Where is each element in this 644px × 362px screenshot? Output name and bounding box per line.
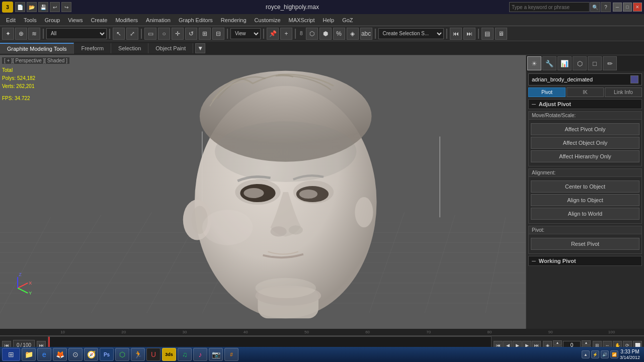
menu-edit[interactable]: Edit <box>2 16 20 24</box>
select-tool-btn[interactable]: ✦ <box>2 28 14 40</box>
modify-panel-btn[interactable]: 🔧 <box>542 56 556 70</box>
menu-rendering[interactable]: Rendering <box>217 16 251 24</box>
redo-btn[interactable]: ↪ <box>61 2 71 12</box>
move-tool-btn[interactable]: ⊕ <box>15 28 27 40</box>
tab-objectpaint[interactable]: Object Paint <box>148 43 193 53</box>
object-color-swatch[interactable] <box>630 75 638 83</box>
utilities-panel-btn[interactable]: ✏ <box>603 56 617 70</box>
frame-step-up-btn[interactable]: ▲ <box>582 340 591 345</box>
taskbar-camera-btn[interactable]: 📷 <box>209 348 223 361</box>
snap2-btn[interactable]: + <box>280 28 292 40</box>
svg-line-41 <box>18 288 28 293</box>
taskbar-firefox-btn[interactable]: 🦊 <box>53 348 67 361</box>
select-region-btn[interactable]: ⤢ <box>126 28 138 40</box>
taskbar-ps-btn[interactable]: Ps <box>100 348 114 361</box>
help-btn[interactable]: ? <box>601 2 611 12</box>
anim1-btn[interactable]: ⬡ <box>306 28 318 40</box>
menu-views[interactable]: Views <box>64 16 87 24</box>
taskbar-safari-btn[interactable]: 🧭 <box>84 348 98 361</box>
open-file-btn[interactable]: 📂 <box>27 2 37 12</box>
taskbar-app2-btn[interactable]: 🏃 <box>131 348 145 361</box>
reset-pivot-btn[interactable]: Reset Pivot <box>531 238 639 250</box>
taskbar-chrome-btn[interactable]: ⊙ <box>68 348 83 361</box>
playback2-btn[interactable]: ⏭ <box>463 28 475 40</box>
menu-group[interactable]: Group <box>41 16 64 24</box>
svg-point-33 <box>244 188 264 198</box>
taskbar-udk-btn[interactable]: U <box>146 348 160 361</box>
circle-select-btn[interactable]: ○ <box>158 28 170 40</box>
paint-tool-btn[interactable]: ≋ <box>28 28 40 40</box>
view-dropdown[interactable]: View <box>230 28 261 39</box>
ruler-mark-60: 60 <box>337 330 398 334</box>
select-btn[interactable]: ↖ <box>113 28 125 40</box>
tray-up-btn[interactable]: ▲ <box>582 350 590 358</box>
taskbar-itunes-btn[interactable]: ♪ <box>193 348 207 361</box>
tab-ik[interactable]: IK <box>567 87 604 97</box>
menu-customize[interactable]: Customize <box>251 16 285 24</box>
taskbar-hash-btn[interactable]: # <box>224 348 238 361</box>
taskbar-ie-btn[interactable]: e <box>37 348 51 361</box>
working-pivot-collapse-btn[interactable]: ─ <box>532 258 536 264</box>
frame-up-btn[interactable]: ▲ <box>553 340 562 345</box>
menu-modifiers[interactable]: Modifiers <box>111 16 142 24</box>
main-content: [ + ][ Perspective ][ Shaded ] Total Pol… <box>0 55 644 329</box>
svg-line-9 <box>40 215 101 313</box>
transform-btn[interactable]: ↺ <box>185 28 197 40</box>
menu-graph-editors[interactable]: Graph Editors <box>175 16 217 24</box>
taskbar-spotify-btn[interactable]: ♫ <box>178 348 192 361</box>
layer-btn[interactable]: ▤ <box>481 28 494 40</box>
menu-goz[interactable]: GoZ <box>338 16 357 24</box>
tab-options-btn[interactable]: ▼ <box>195 43 205 53</box>
minimize-btn[interactable]: ─ <box>613 3 622 12</box>
affect-object-only-btn[interactable]: Affect Object Only <box>531 137 639 149</box>
new-file-btn[interactable]: 📄 <box>15 2 25 12</box>
display-tab-btn[interactable]: □ <box>588 56 602 70</box>
anim2-btn[interactable]: ⬢ <box>319 28 332 40</box>
cross-select-btn[interactable]: ✛ <box>172 28 184 40</box>
affect-hierarchy-only-btn[interactable]: Affect Hierarchy Only <box>531 150 639 162</box>
align-to-world-btn[interactable]: Align to World <box>531 208 639 220</box>
render-btn[interactable]: 🖥 <box>495 28 507 40</box>
affect-pivot-only-btn[interactable]: Affect Pivot Only <box>531 123 639 135</box>
toolbar-sep-3 <box>141 29 142 39</box>
align-to-object-btn[interactable]: Align to Object <box>531 194 639 206</box>
tab-graphite[interactable]: Graphite Modeling Tools <box>0 43 74 54</box>
hierarchy-panel-btn[interactable]: 📊 <box>557 56 572 70</box>
menu-help[interactable]: Help <box>319 16 339 24</box>
viewport[interactable]: [ + ][ Perspective ][ Shaded ] Total Pol… <box>0 55 526 329</box>
anim3-btn[interactable]: % <box>333 28 345 40</box>
taskbar-explorer-btn[interactable]: 📁 <box>22 348 36 361</box>
center-to-object-btn[interactable]: Center to Object <box>531 180 639 193</box>
snap-btn[interactable]: 📌 <box>267 28 279 40</box>
tab-freeform[interactable]: Freeform <box>74 43 111 53</box>
taskbar-3ds-btn[interactable]: 3ds <box>162 348 176 361</box>
ruler-mark-30: 30 <box>154 330 215 334</box>
create-selection-dropdown[interactable]: Create Selection S... <box>378 28 444 39</box>
display-panel-btn[interactable]: ☀ <box>527 56 541 70</box>
filter-dropdown[interactable]: All <box>46 28 107 39</box>
tab-link-info[interactable]: Link Info <box>605 87 642 97</box>
motion-panel-btn[interactable]: ⬡ <box>573 56 587 70</box>
menu-tools[interactable]: Tools <box>20 16 41 24</box>
undo-btn[interactable]: ↩ <box>50 2 60 12</box>
start-btn[interactable]: ⊞ <box>2 348 20 361</box>
rect-select-btn[interactable]: ▭ <box>144 28 156 40</box>
window-title: royce_highpoly.max <box>75 4 509 11</box>
search-btn[interactable]: 🔍 <box>590 2 600 12</box>
menu-maxscript[interactable]: MAXScript <box>285 16 319 24</box>
menu-animation[interactable]: Animation <box>142 16 175 24</box>
search-input[interactable] <box>509 2 590 12</box>
playback1-btn[interactable]: ⏮ <box>450 28 462 40</box>
adjust-pivot-collapse-btn[interactable]: ─ <box>532 101 536 107</box>
close-btn[interactable]: ✕ <box>633 3 642 12</box>
maximize-btn[interactable]: □ <box>623 3 632 12</box>
save-file-btn[interactable]: 💾 <box>38 2 48 12</box>
tab-pivot[interactable]: Pivot <box>528 87 566 97</box>
scale-btn[interactable]: ⊞ <box>199 28 211 40</box>
anim4-btn[interactable]: ◈ <box>347 28 359 40</box>
menu-create[interactable]: Create <box>87 16 111 24</box>
taskbar-app1-btn[interactable]: ⬡ <box>115 348 129 361</box>
tab-selection[interactable]: Selection <box>111 43 148 53</box>
mirror-btn[interactable]: ⊟ <box>212 28 224 40</box>
anim5-btn[interactable]: abc <box>360 28 372 40</box>
